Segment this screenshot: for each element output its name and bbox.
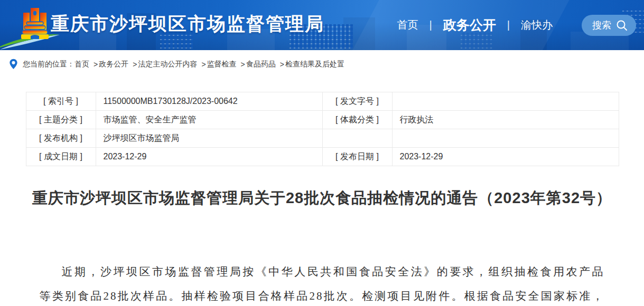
field-label-written-date: [ 成文日期 ] (26, 148, 96, 166)
field-label-genre-category: [ 体裁分类 ] (322, 111, 392, 129)
site-title: 重庆市沙坪坝区市场监督管理局 (51, 12, 324, 36)
field-value-doc-no (392, 92, 619, 111)
field-value-genre-category: 行政执法 (392, 111, 619, 129)
main-nav: 首页 | 政务公开 | 渝快办 (386, 16, 564, 34)
breadcrumb-prefix: 您当前的位置： (23, 60, 74, 69)
field-label-publish-date: [ 发布日期 ] (322, 148, 392, 166)
search-button[interactable]: 搜索 (582, 15, 636, 36)
search-button-label: 搜索 (592, 19, 611, 32)
breadcrumb-item-jianduhancha[interactable]: 监督检查 (207, 60, 237, 69)
site-header: 重庆市沙坪坝区市场监督管理局 首页 | 政务公开 | 渝快办 搜索 (0, 0, 644, 50)
breadcrumb-separator: > (201, 60, 206, 69)
article-paragraph: 近期，沙坪坝区市场监督管理局按《中华人民共和国食品安全法》的要求，组织抽检食用农… (40, 260, 605, 306)
doc-info-table: [ 索引号 ] 11500000MB1730128J/2023-00642 [ … (26, 92, 619, 166)
article-title: 重庆市沙坪坝区市场监督管理局关于28批次食品抽检情况的通告（2023年第32号） (10, 187, 634, 208)
breadcrumb-separator: > (94, 60, 98, 69)
breadcrumb-item-fading[interactable]: 法定主动公开内容 (138, 60, 197, 69)
header-window-pattern (461, 33, 492, 49)
field-label-doc-no: [ 发文字号 ] (322, 92, 392, 111)
breadcrumb-item-home[interactable]: 首页 (74, 60, 89, 69)
nav-item-yukuaiban[interactable]: 渝快办 (521, 18, 553, 32)
field-value-written-date: 2023-12-29 (96, 148, 322, 166)
table-row: [ 发布机构 ] 沙坪坝区市场监管局 (26, 129, 619, 148)
nav-separator: | (430, 19, 432, 31)
field-label-empty (322, 129, 392, 148)
search-icon (616, 20, 628, 31)
breadcrumb-separator: > (280, 60, 284, 69)
table-row: [ 主题分类 ] 市场监管、安全生产监管 [ 体裁分类 ] 行政执法 (26, 111, 619, 129)
breadcrumb-separator: > (133, 60, 137, 69)
nav-separator: | (507, 19, 510, 31)
breadcrumb: 您当前的位置： 首页 > 政务公开 > 法定主动公开内容 > 监督检查 > 食品… (0, 50, 644, 70)
breadcrumb-item-jianchajieguo[interactable]: 检查结果及后处置 (285, 60, 344, 69)
field-value-index-no: 11500000MB1730128J/2023-00642 (96, 92, 322, 111)
nav-item-zhengwugongkai[interactable]: 政务公开 (443, 16, 496, 34)
breadcrumb-item-zhengwugongkai[interactable]: 政务公开 (99, 60, 128, 69)
breadcrumb-separator: > (241, 60, 245, 69)
field-value-topic-category: 市场监管、安全生产监管 (96, 111, 322, 129)
nav-item-home[interactable]: 首页 (397, 18, 418, 32)
table-row: [ 成文日期 ] 2023-12-29 [ 发布日期 ] 2023-12-29 (26, 148, 619, 166)
field-value-publisher: 沙坪坝区市场监管局 (96, 129, 322, 148)
article-body: 近期，沙坪坝区市场监督管理局按《中华人民共和国食品安全法》的要求，组织抽检食用农… (40, 260, 605, 306)
table-row: [ 索引号 ] 11500000MB1730128J/2023-00642 [ … (26, 92, 619, 111)
field-label-topic-category: [ 主题分类 ] (26, 111, 96, 129)
field-value-empty (392, 129, 619, 148)
breadcrumb-item-shipinyaopin[interactable]: 食品药品 (246, 60, 276, 69)
field-label-publisher: [ 发布机构 ] (26, 129, 96, 148)
field-value-publish-date: 2023-12-29 (392, 148, 619, 166)
field-label-index-no: [ 索引号 ] (26, 92, 96, 111)
location-pin-icon (9, 59, 18, 70)
